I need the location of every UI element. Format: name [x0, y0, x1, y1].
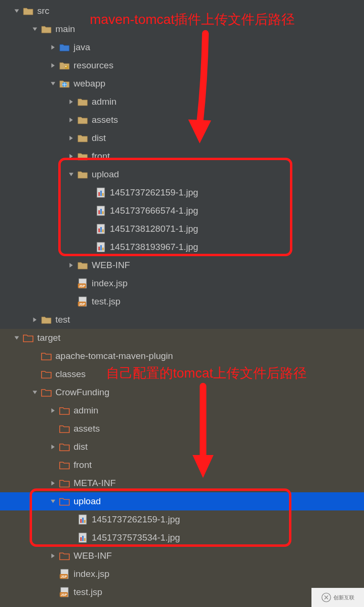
tree-item-label: 1451737666574-1.jpg	[110, 206, 198, 216]
tree-item-label: test.jsp	[74, 587, 102, 597]
tree-row[interactable]: 1451737666574-1.jpg	[0, 202, 364, 220]
folder-orange-icon	[59, 551, 70, 561]
svg-rect-22	[98, 228, 100, 232]
tree-row[interactable]: 1451738193967-1.jpg	[0, 238, 364, 256]
svg-rect-50	[84, 538, 86, 541]
tree-row[interactable]: target	[0, 329, 364, 347]
arrow-spacer	[85, 243, 94, 251]
svg-rect-49	[82, 536, 84, 541]
chevron-right-icon[interactable]	[67, 152, 75, 161]
tree-item-label: 1451738193967-1.jpg	[110, 242, 198, 252]
tree-item-label: index.jsp	[92, 278, 128, 289]
tree-item-label: generated-sources	[55, 605, 131, 607]
tree-row[interactable]: JSPindex.jsp	[0, 274, 364, 293]
chevron-down-icon[interactable]	[12, 7, 21, 15]
chevron-right-icon[interactable]	[67, 98, 75, 106]
folder-orange-icon	[59, 442, 70, 452]
tree-item-label: WEB-INF	[92, 260, 130, 271]
svg-rect-48	[80, 537, 82, 541]
tree-row[interactable]: front	[0, 456, 364, 474]
chevron-right-icon[interactable]	[67, 134, 75, 142]
tree-row[interactable]: generated-sources	[0, 601, 364, 607]
tree-row[interactable]: admin	[0, 93, 364, 111]
chevron-right-icon[interactable]	[67, 116, 75, 124]
jsp-icon: JSP	[59, 569, 70, 579]
chevron-down-icon[interactable]	[49, 79, 57, 88]
svg-marker-37	[14, 336, 19, 340]
tree-row[interactable]: admin	[0, 401, 364, 420]
tree-row[interactable]: dist	[0, 129, 364, 147]
folder-orange-icon	[41, 605, 52, 607]
folder-tan-icon	[41, 314, 52, 325]
tree-row[interactable]: assets	[0, 420, 364, 438]
tree-item-label: CrowFunding	[55, 387, 109, 398]
chevron-down-icon[interactable]	[12, 334, 21, 342]
folder-resources-icon	[59, 60, 70, 71]
svg-marker-1	[32, 28, 37, 31]
tree-row[interactable]: 1451737573534-1.jpg	[0, 529, 364, 547]
svg-rect-19	[100, 209, 102, 214]
chevron-right-icon[interactable]	[49, 406, 57, 415]
svg-rect-27	[100, 245, 102, 250]
tree-item-label: resources	[74, 60, 113, 71]
chevron-right-icon[interactable]	[49, 443, 57, 451]
tree-row[interactable]: 1451738128071-1.jpg	[0, 220, 364, 238]
tree-row[interactable]: webapp	[0, 75, 364, 93]
chevron-down-icon[interactable]	[31, 25, 39, 33]
tree-item-label: front	[92, 151, 110, 162]
chevron-right-icon[interactable]	[49, 552, 57, 560]
tree-row[interactable]: WEB-INF	[0, 256, 364, 274]
folder-orange-icon	[59, 496, 70, 507]
svg-marker-11	[70, 154, 73, 158]
tree-item-label: assets	[74, 423, 100, 434]
tree-row[interactable]: main	[0, 20, 364, 38]
chevron-right-icon[interactable]	[49, 479, 57, 488]
tree-row[interactable]: META-INF	[0, 474, 364, 492]
tree-row[interactable]: JSPtest.jsp	[0, 583, 364, 601]
tree-row[interactable]: 1451737262159-1.jpg	[0, 510, 364, 529]
tree-row[interactable]: classes	[0, 365, 364, 383]
tree-item-label: src	[37, 6, 49, 16]
tree-row[interactable]: apache-tomcat-maven-plugin	[0, 347, 364, 365]
svg-marker-3	[52, 63, 55, 67]
chevron-down-icon[interactable]	[31, 388, 39, 397]
folder-orange-icon	[23, 333, 33, 343]
svg-marker-10	[70, 136, 73, 140]
svg-marker-9	[70, 118, 73, 122]
tree-row[interactable]: dist	[0, 438, 364, 456]
svg-marker-42	[51, 500, 55, 503]
svg-marker-8	[70, 99, 73, 104]
chevron-right-icon[interactable]	[67, 261, 75, 270]
chevron-right-icon[interactable]	[49, 61, 57, 70]
tree-row[interactable]: src	[0, 2, 364, 20]
chevron-right-icon[interactable]	[49, 43, 57, 52]
svg-text:JSP: JSP	[79, 284, 86, 288]
tree-row[interactable]: test	[0, 311, 364, 329]
tree-row[interactable]: front	[0, 147, 364, 165]
tree-row[interactable]: CrowFunding	[0, 383, 364, 401]
tree-row[interactable]: WEB-INF	[0, 547, 364, 565]
svg-text:JSP: JSP	[61, 593, 67, 596]
chevron-down-icon[interactable]	[67, 170, 75, 179]
tree-row[interactable]: assets	[0, 111, 364, 129]
folder-tan-icon	[77, 151, 88, 162]
arrow-spacer	[49, 461, 57, 469]
tree-row[interactable]: upload	[0, 165, 364, 184]
folder-webapp-icon	[59, 78, 70, 89]
tree-row[interactable]: JSPtest.jsp	[0, 293, 364, 311]
svg-rect-26	[98, 247, 100, 250]
tree-item-label: admin	[74, 405, 98, 416]
tree-row[interactable]: upload	[0, 492, 364, 510]
tree-row[interactable]: resources	[0, 56, 364, 75]
tree-item-label: webapp	[74, 78, 106, 89]
tree-row[interactable]: JSPindex.jsp	[0, 565, 364, 583]
tree-item-label: META-INF	[74, 478, 116, 488]
tree-row[interactable]: java	[0, 38, 364, 56]
folder-orange-icon	[59, 460, 70, 470]
folder-tan-icon	[77, 133, 88, 143]
svg-text:JSP: JSP	[79, 303, 86, 306]
chevron-down-icon[interactable]	[49, 497, 57, 506]
chevron-right-icon[interactable]	[31, 315, 39, 324]
tree-row[interactable]: 1451737262159-1.jpg	[0, 184, 364, 202]
svg-rect-28	[102, 248, 104, 250]
